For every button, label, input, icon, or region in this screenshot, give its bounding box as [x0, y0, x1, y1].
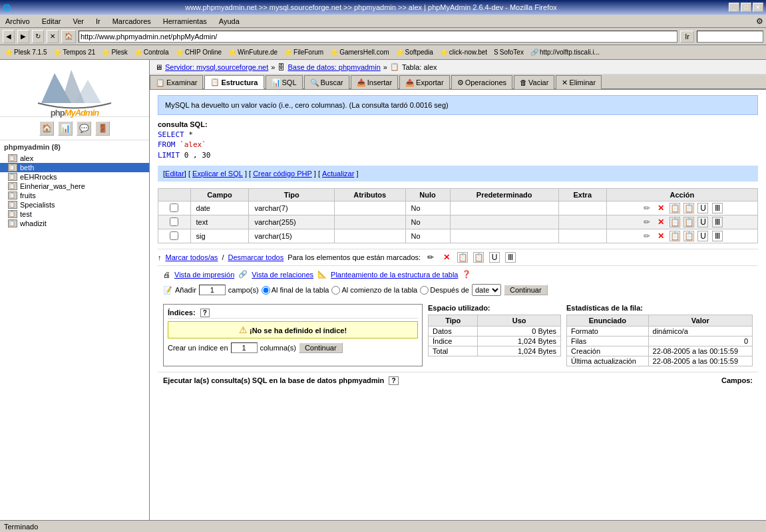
- sidebar-item-whadizit[interactable]: 📋 whadizit: [0, 219, 149, 228]
- logout-sidebar-icon[interactable]: 🚪: [95, 121, 110, 136]
- editar-link[interactable]: Editar: [165, 170, 184, 178]
- bookmark-gamers[interactable]: ⭐ GamersHell.com: [328, 48, 391, 57]
- at-end-radio[interactable]: [262, 286, 270, 295]
- index-count-input[interactable]: [231, 342, 258, 353]
- tab-insertar[interactable]: 📥 Insertar: [351, 75, 398, 89]
- footer-index-icon[interactable]: Ⅲ: [505, 252, 516, 263]
- sidebar-item-einheriar[interactable]: 📋 Einheriar_was_here: [0, 182, 149, 191]
- bookmark-clicknow[interactable]: ⭐ click-now.bet: [438, 48, 489, 57]
- move-text-icon[interactable]: U: [697, 217, 708, 227]
- close-button[interactable]: ✕: [753, 3, 763, 12]
- index-date-icon[interactable]: Ⅲ: [712, 203, 723, 213]
- browse-text-icon[interactable]: 📋: [670, 217, 680, 227]
- menu-marcadores[interactable]: Marcadores: [110, 17, 154, 26]
- server-label[interactable]: Servidor: mysql.sourceforge.net: [165, 63, 268, 71]
- mark-all-link[interactable]: Marcar todos/as: [166, 253, 218, 261]
- move-sig-icon[interactable]: U: [697, 231, 708, 241]
- tab-exportar[interactable]: 📤 Exportar: [399, 75, 450, 89]
- go-button[interactable]: Ir: [680, 31, 694, 43]
- add-field-continue-button[interactable]: Continuar: [504, 285, 548, 295]
- tab-estructura[interactable]: 📋 Estructura: [204, 75, 264, 89]
- footer-browse-icon[interactable]: 📋: [457, 252, 468, 263]
- footer-copy-icon[interactable]: 📋: [473, 252, 484, 263]
- after-field-select[interactable]: date text sig: [472, 284, 501, 296]
- bookmark-plesk715[interactable]: ⭐ Plesk 7.1.5: [3, 48, 49, 57]
- index-sig-icon[interactable]: Ⅲ: [712, 231, 723, 241]
- delete-date-icon[interactable]: ✕: [656, 203, 666, 213]
- menu-ayuda[interactable]: Ayuda: [216, 17, 242, 26]
- minimize-button[interactable]: _: [729, 3, 739, 12]
- db-label[interactable]: Base de datos: phpmyadmin: [287, 63, 380, 71]
- checkbox-text[interactable]: [170, 217, 178, 226]
- back-button[interactable]: ◀: [3, 30, 15, 43]
- tab-eliminar[interactable]: ✕ Eliminar: [556, 75, 602, 89]
- print-view-link[interactable]: Vista de impresión: [174, 271, 234, 279]
- sidebar-item-alex[interactable]: 📋 alex: [0, 154, 149, 163]
- sidebar-item-specialists[interactable]: 📋 Specialists: [0, 200, 149, 209]
- copy-text-icon[interactable]: 📋: [683, 217, 694, 227]
- home-sidebar-icon[interactable]: 🏠: [39, 121, 54, 136]
- bookmark-fileforum[interactable]: ⭐ FileForum: [282, 48, 325, 57]
- footer-edit-icon[interactable]: ✏: [425, 252, 436, 263]
- tab-vaciar[interactable]: 🗑 Vaciar: [514, 75, 554, 89]
- sidebar-item-eehrocks[interactable]: 📋 eEHRrocks: [0, 172, 149, 182]
- bookmark-plesk[interactable]: ⭐ Plesk: [100, 48, 129, 57]
- menu-ir[interactable]: Ir: [93, 17, 103, 26]
- delete-sig-icon[interactable]: ✕: [656, 231, 666, 241]
- sidebar-item-beth[interactable]: 📋 beth: [0, 163, 149, 172]
- bookmark-volftp[interactable]: 🔗 http://volftp.tiscali.i...: [528, 48, 602, 57]
- crear-php-link[interactable]: Crear código PHP: [253, 170, 312, 178]
- bookmark-tempos[interactable]: ⭐ Tempos 21: [51, 48, 97, 57]
- sidebar-item-fruits[interactable]: 📋 fruits: [0, 191, 149, 200]
- bookmark-chip[interactable]: ⭐ CHIP Online: [174, 48, 224, 57]
- tab-operaciones[interactable]: ⚙ Operaciones: [451, 75, 512, 89]
- forward-button[interactable]: ▶: [17, 30, 29, 43]
- indices-help-icon[interactable]: ?: [200, 309, 210, 317]
- bookmark-softpedia[interactable]: ⭐ Softpedia: [394, 48, 435, 57]
- menu-editar[interactable]: Editar: [39, 17, 64, 26]
- sidebar-item-test[interactable]: 📋 test: [0, 209, 149, 219]
- at-begin-radio[interactable]: [331, 286, 340, 295]
- bookmark-winfuture[interactable]: ⭐ WinFuture.de: [226, 48, 280, 57]
- browse-sig-icon[interactable]: 📋: [670, 231, 680, 241]
- checkbox-date[interactable]: [170, 203, 178, 212]
- copy-sig-icon[interactable]: 📋: [683, 231, 694, 241]
- help-table-icon[interactable]: ❓: [462, 270, 471, 279]
- maximize-button[interactable]: □: [741, 3, 751, 12]
- unmark-all-link[interactable]: Desmarcar todos: [228, 253, 284, 261]
- tab-buscar[interactable]: 🔍 Buscar: [304, 75, 349, 89]
- query-sidebar-icon[interactable]: 💬: [77, 121, 91, 136]
- edit-date-icon[interactable]: ✏: [642, 203, 652, 213]
- index-text-icon[interactable]: Ⅲ: [712, 217, 723, 227]
- tab-examinar[interactable]: 📋 Examinar: [150, 75, 203, 89]
- copy-date-icon[interactable]: 📋: [683, 203, 694, 213]
- address-input[interactable]: [79, 31, 677, 43]
- settings-icon[interactable]: ⚙: [756, 17, 763, 26]
- browse-date-icon[interactable]: 📋: [670, 203, 680, 213]
- menu-herramientas[interactable]: Herramientas: [160, 17, 210, 26]
- actualizar-link[interactable]: Actualizar: [322, 170, 354, 178]
- sql-sidebar-icon[interactable]: 📊: [58, 121, 73, 136]
- move-date-icon[interactable]: U: [697, 203, 708, 213]
- bookmark-sofotex[interactable]: S SofoTex: [492, 48, 526, 57]
- home-button[interactable]: 🏠: [61, 30, 76, 43]
- after-radio[interactable]: [420, 286, 429, 295]
- explicar-link[interactable]: Explicar el SQL: [192, 170, 243, 178]
- tab-sql[interactable]: 📊 SQL: [266, 75, 303, 89]
- menu-ver[interactable]: Ver: [70, 17, 87, 26]
- footer-delete-icon[interactable]: ✕: [441, 252, 452, 263]
- sql-execute-help-icon[interactable]: ?: [389, 376, 398, 385]
- menu-archivo[interactable]: Archivo: [3, 17, 33, 26]
- relation-view-link[interactable]: Vista de relaciones: [252, 271, 313, 279]
- stop-button[interactable]: ✕: [47, 30, 59, 43]
- index-continue-button[interactable]: Continuar: [299, 342, 343, 353]
- delete-text-icon[interactable]: ✕: [656, 217, 666, 227]
- table-structure-link[interactable]: Planteamiento de la estructura de tabla: [331, 271, 458, 279]
- checkbox-sig[interactable]: [170, 231, 178, 240]
- add-count-input[interactable]: [199, 285, 226, 295]
- search-input[interactable]: [697, 31, 763, 43]
- edit-text-icon[interactable]: ✏: [642, 217, 652, 227]
- footer-move-icon[interactable]: U: [489, 252, 500, 263]
- edit-sig-icon[interactable]: ✏: [642, 231, 652, 241]
- bookmark-controla[interactable]: ⭐ Controla: [132, 48, 171, 57]
